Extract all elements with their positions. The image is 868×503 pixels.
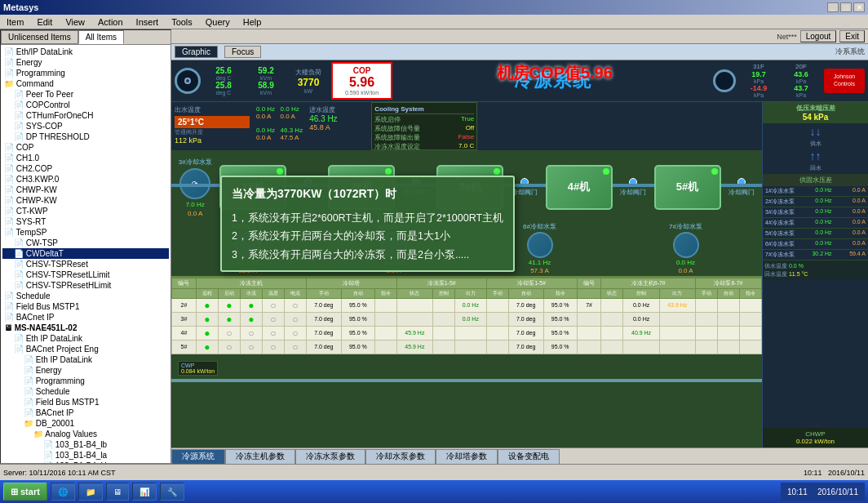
menu-query[interactable]: Query (202, 16, 233, 28)
cooling-system-label: Cooling System (374, 105, 474, 114)
menu-view[interactable]: View (62, 16, 88, 28)
temp-out2-val: -14.9 (751, 84, 768, 92)
server-status: Server: 10/11/2016 10:11 AM CST (3, 469, 116, 477)
tree-item-tempsp[interactable]: 📄 TempSP (2, 227, 169, 238)
status-row-3: 系统故障输出量 False (374, 133, 474, 142)
tree-item-fb2[interactable]: 📄 Field Bus MSTP1 (2, 397, 169, 407)
menu-tools[interactable]: Tools (168, 16, 196, 28)
logout-button[interactable]: Logout (800, 30, 837, 42)
tree-item-sys-cop[interactable]: 📄 SYS-COP (2, 121, 169, 131)
status-val-3: False (458, 133, 475, 142)
tab-electrical[interactable]: 设备变配电 (498, 449, 560, 464)
tree-item-dp-threshold[interactable]: 📄 DP THRESHOLD (2, 131, 169, 142)
tree-item-bacnet[interactable]: 📄 BACnet IP (2, 312, 169, 323)
pump-7-hz: 0.0 Hz (676, 259, 695, 266)
tab-graphic[interactable]: Graphic (175, 46, 218, 58)
tree-item-ch1[interactable]: 📄 CH1.0 (2, 153, 169, 163)
val-2-13 (695, 298, 717, 312)
tree-item-db[interactable]: 📁 DB_20001 (2, 418, 169, 429)
taskbar-chart[interactable]: 📊 (132, 483, 157, 501)
dot-3-2: ● (218, 312, 240, 326)
tree-item-chsv3[interactable]: 📄 CHSV-TSPResetHLimit (2, 280, 169, 291)
tree-item-103-b3[interactable]: 📄 103_B1-B4_Uc (2, 461, 169, 463)
taskbar-explorer[interactable]: 📁 (78, 483, 103, 501)
tree-item-programming[interactable]: 📄 Programming (2, 68, 169, 78)
tree-item-sysrt[interactable]: 📄 SYS-RT (2, 216, 169, 227)
menu-action[interactable]: Action (95, 16, 126, 28)
col-cwpump-67: 冷却泵6-7# (695, 278, 761, 288)
valve-3: 冷却阀门 (512, 178, 538, 197)
tree-item-ch2[interactable]: 📄 CH2.COP (2, 163, 169, 174)
chiller-main: 出水温度 25°1°C 管通阀开度 112 kPa 0.0 Hz0.0 A 0.… (171, 102, 762, 447)
menu-edit[interactable]: Edit (33, 16, 55, 28)
exit-button[interactable]: Exit (839, 30, 865, 42)
val-2-1: 7.0 deg (306, 298, 341, 312)
tree-item-ch3[interactable]: 📄 CH3.KWP.0 (2, 174, 169, 185)
annotation-line3: 3，系统没有开启两台大的冷冻泵，而是2台小泵..... (232, 246, 503, 265)
metric-load: 大楼负荷 3770 kW (289, 68, 328, 94)
tree-item-bac2[interactable]: 📄 BACnet IP (2, 407, 169, 418)
taskbar-ie[interactable]: 🌐 (51, 483, 75, 501)
tree-item-103-b1[interactable]: 📄 103_B1-B4_lb (2, 439, 169, 450)
blend-water-val: 112 kPa (175, 136, 250, 145)
tree-item-analog-values[interactable]: 📁 Analog Values (2, 429, 169, 439)
tree-item-cwdeltat[interactable]: 📄 CWDeltaT (2, 248, 169, 259)
return-temp: 回水温度 11.5 °C (764, 270, 866, 278)
val-4-11: 40.9 Hz (623, 326, 659, 340)
dot-2-4: ○ (262, 298, 284, 312)
chwp4-a: 0.0 A (852, 219, 866, 227)
col-chw-pump: 冷冻泵1-5# (396, 278, 486, 288)
tree-item-chsv2[interactable]: 📄 CHSV-TSPResetLLimit (2, 269, 169, 280)
tree-item-energy2[interactable]: 📄 Energy (2, 365, 169, 376)
val-4-9: 95.0 % (543, 326, 577, 340)
tab-tower-params[interactable]: 冷却塔参数 (436, 449, 498, 464)
val-5-2: 95.0 % (341, 340, 374, 354)
tree-item-ms-nae[interactable]: 🖥 MS-NAE451L-02 (2, 323, 169, 333)
maximize-button[interactable]: □ (840, 2, 852, 12)
tree-item-sched2[interactable]: 📄 Schedule (2, 386, 169, 397)
taskbar-tool[interactable]: 🔧 (160, 483, 184, 501)
val-3-12 (659, 312, 695, 326)
bottom-pipe (171, 379, 762, 382)
menu-item[interactable]: Item (3, 16, 27, 28)
tab-cooling-system[interactable]: 冷源系统 (171, 449, 225, 464)
tree-item-cw-tsp[interactable]: 📄 CW-TSP (2, 238, 169, 248)
tab-cw-pump-params[interactable]: 冷却水泵参数 (365, 449, 436, 464)
chwp1-label: 1#冷冻水泵 (765, 187, 795, 195)
tree-item-p2p[interactable]: 📄 Peer To Peer (2, 89, 169, 100)
val-5-12 (659, 340, 695, 354)
tree-item-ct[interactable]: 📄 CT-KWP (2, 206, 169, 216)
tree-item-chsv1[interactable]: 📄 CHSV-TSPReset (2, 259, 169, 269)
tree-item-energy[interactable]: 📄 Energy (2, 57, 169, 68)
tree-item-cop[interactable]: 📄 COP (2, 142, 169, 153)
tree-item-prog2[interactable]: 📄 Programming (2, 376, 169, 386)
minimize-button[interactable]: _ (827, 2, 839, 12)
close-button[interactable]: ✕ (853, 2, 865, 12)
menu-help[interactable]: Help (240, 16, 265, 28)
tab-unlicensed[interactable]: Unlicensed Items (1, 30, 78, 44)
tree-item-eth2[interactable]: 📄 Eth IP DataLink (2, 333, 169, 344)
chwp3-label: 3#冷冻水泵 (765, 208, 795, 216)
tree-item-command[interactable]: 📁 Command (2, 78, 169, 89)
dot-3-3: ● (240, 312, 262, 326)
tree-item-schedule[interactable]: 📄 Schedule (2, 291, 169, 301)
tree-item-eth3[interactable]: 📄 Eth IP DataLink (2, 354, 169, 365)
tab-focus[interactable]: Focus (224, 46, 261, 58)
tree-item-103-b2[interactable]: 📄 103_B1-B4_la (2, 450, 169, 461)
tree-item-eth[interactable]: 📄 Eth/IP DataLink (2, 47, 169, 57)
tab-chiller-params[interactable]: 冷冻主机参数 (225, 449, 295, 464)
menu-insert[interactable]: Insert (133, 16, 162, 28)
tree-item-chwp[interactable]: 📄 CHWP-KW (2, 185, 169, 195)
tab-chw-pump-params[interactable]: 冷冻水泵参数 (295, 449, 365, 464)
taskbar-monitor[interactable]: 🖥 (106, 483, 129, 501)
dot-4-4: ○ (262, 326, 284, 340)
tree-item-bacnet-proj[interactable]: 📄 BACnet Project Eng (2, 344, 169, 354)
tree-item-fieldbus[interactable]: 📄 Field Bus MSTP1 (2, 301, 169, 312)
flow2-unit: kVm (260, 90, 272, 96)
tree-item-cop-control[interactable]: 📄 COPControl (2, 100, 169, 110)
tab-all[interactable]: All Items (78, 30, 124, 44)
tree-item-chwp2[interactable]: 📄 CHWP-KW (2, 195, 169, 206)
tree-item-ctnum[interactable]: 📄 CTHumForOneCH (2, 110, 169, 121)
status-label-4: 冷冻水温度设定 (374, 142, 420, 151)
start-button[interactable]: ⊞ start (3, 483, 47, 501)
